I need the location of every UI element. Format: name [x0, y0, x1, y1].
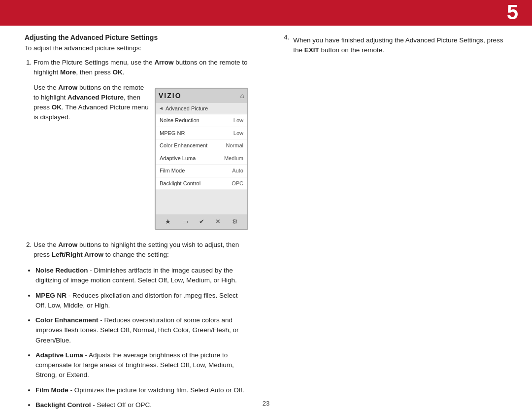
tv-row-label: Color Enhancement — [160, 141, 207, 150]
bullet-mpeg-nr: MPEG NR - Reduces pixellation and distor… — [35, 291, 248, 311]
tv-row-value: Low — [233, 116, 243, 125]
bullet-adaptive-luma: Adaptive Luma - Adjusts the average brig… — [35, 350, 248, 380]
tv-row-mpeg-nr: MPEG NR Low — [156, 127, 247, 140]
tv-row-noise-reduction: Noise Reduction Low — [156, 114, 247, 127]
tv-row-value: Normal — [226, 141, 243, 150]
page-number: 5 — [507, 2, 518, 23]
bottom-page-number: 23 — [263, 400, 269, 407]
intro-text: To adjust the advanced picture settings: — [25, 44, 248, 52]
tv-icon-star: ★ — [165, 217, 171, 227]
home-icon: ⌂ — [240, 91, 244, 101]
tv-row-value: Medium — [224, 154, 243, 163]
bullet-noise-reduction: Noise Reduction - Diminishes artifacts i… — [35, 266, 248, 286]
tv-menu-items: Noise Reduction Low MPEG NR Low Color En… — [156, 114, 247, 190]
tv-row-label: MPEG NR — [160, 129, 185, 137]
tv-row-value: Auto — [232, 167, 243, 175]
tv-spacer — [156, 190, 247, 214]
tv-logo: VIZIO — [159, 91, 182, 101]
step-4-number: 4. — [284, 34, 289, 56]
tv-row-value: Low — [233, 129, 243, 137]
tv-icon-x: ✕ — [215, 217, 221, 227]
section-title: Adjusting the Advanced Picture Settings — [25, 34, 248, 41]
back-arrow-icon: ◄ — [159, 104, 164, 112]
tv-bottom-bar: ★ ▭ ✔ ✕ ⚙ — [156, 214, 247, 229]
tv-row-label: Noise Reduction — [160, 116, 200, 125]
tv-row-film-mode: Film Mode Auto — [156, 165, 247, 177]
step-2: Use the Arrow buttons on the remote to h… — [33, 83, 248, 235]
tv-row-label: Film Mode — [160, 167, 185, 175]
left-column: Adjusting the Advanced Picture Settings … — [0, 34, 266, 396]
step-4-container: 4. When you have finished adjusting the … — [284, 34, 507, 56]
steps-list: From the Picture Settings menu, use the … — [25, 58, 248, 260]
step-3: Use the Arrow buttons to highlight the s… — [33, 240, 248, 260]
bullets-list: Noise Reduction - Diminishes artifacts i… — [25, 266, 248, 410]
tv-row-value: OPC — [232, 179, 243, 188]
top-bar: 5 — [0, 0, 532, 26]
tv-icon-gear: ⚙ — [232, 217, 238, 227]
right-column: 4. When you have finished adjusting the … — [266, 34, 532, 396]
tv-row-adaptive-luma: Adaptive Luma Medium — [156, 152, 247, 165]
tv-icon-square: ▭ — [182, 217, 188, 227]
tv-menu-title: Advanced Picture — [166, 104, 208, 113]
tv-row-backlight-control: Backlight Control OPC — [156, 177, 247, 190]
tv-menu-header: ◄ Advanced Picture — [156, 103, 247, 115]
tv-mockup: VIZIO ⌂ ◄ Advanced Picture Noise Reducti… — [155, 88, 248, 230]
bullet-color-enhancement: Color Enhancement - Reduces oversaturati… — [35, 315, 248, 345]
main-content: Adjusting the Advanced Picture Settings … — [0, 34, 532, 396]
tv-top-bar: VIZIO ⌂ — [156, 89, 247, 103]
tv-row-label: Backlight Control — [160, 179, 200, 188]
step-4-text: When you have finished adjusting the Adv… — [293, 34, 507, 56]
tv-row-color-enhancement: Color Enhancement Normal — [156, 139, 247, 152]
step-1: From the Picture Settings menu, use the … — [33, 58, 248, 78]
tv-icon-check: ✔ — [199, 217, 204, 227]
bullet-backlight-control: Backlight Control - Select Off or OPC. — [35, 400, 248, 410]
tv-row-label: Adaptive Luma — [160, 154, 196, 163]
bullet-film-mode: Film Mode - Optimizes the picture for wa… — [35, 385, 248, 395]
